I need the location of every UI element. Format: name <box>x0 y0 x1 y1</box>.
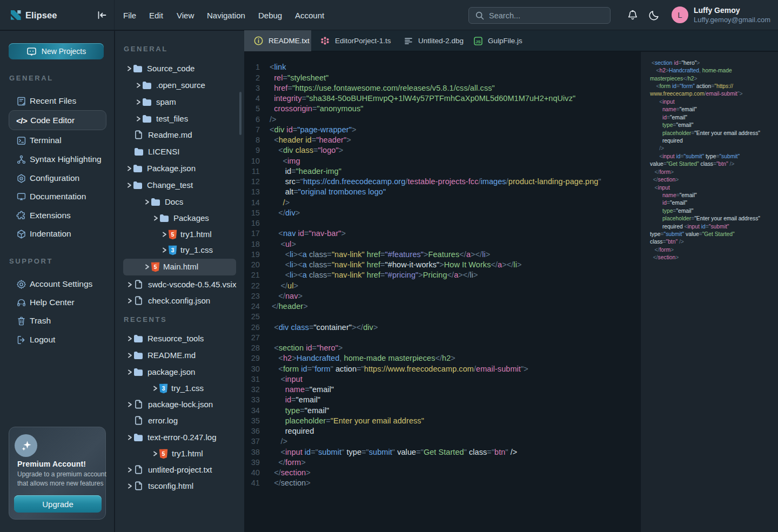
svg-text:3: 3 <box>171 247 175 253</box>
svg-text:3: 3 <box>162 385 165 392</box>
svg-text:5: 5 <box>162 450 165 457</box>
svg-text:JS: JS <box>475 39 481 44</box>
svg-text:5: 5 <box>171 231 175 238</box>
svg-text:5: 5 <box>154 264 157 270</box>
